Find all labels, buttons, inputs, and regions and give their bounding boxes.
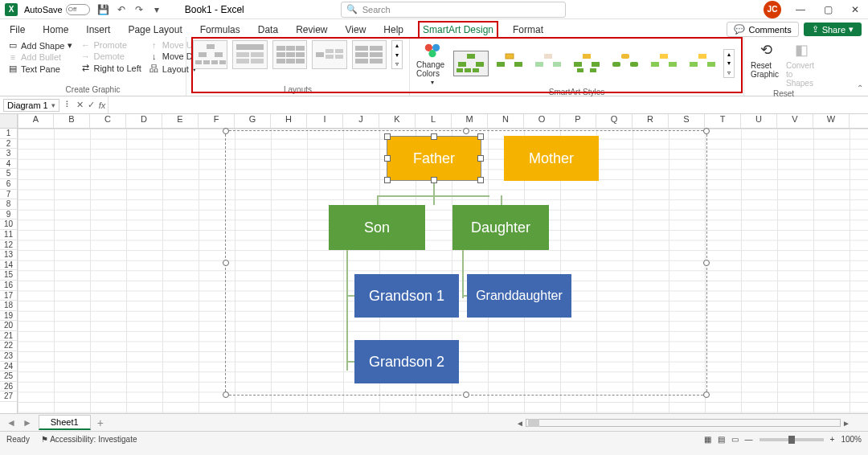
zoom-out-button[interactable]: — (745, 435, 753, 444)
column-header[interactable]: K (379, 114, 416, 128)
row-header[interactable]: 17 (0, 291, 17, 301)
view-page-break-icon[interactable]: ▭ (731, 435, 739, 444)
node-handle[interactable] (384, 155, 391, 162)
resize-handle[interactable] (463, 128, 469, 134)
node-handle[interactable] (431, 177, 437, 183)
minimize-button[interactable]: — (792, 4, 809, 15)
row-header[interactable]: 1 (0, 129, 17, 139)
column-header[interactable]: D (126, 114, 162, 128)
resize-handle[interactable] (223, 260, 229, 266)
row-header[interactable]: 20 (0, 321, 17, 331)
column-header[interactable]: J (343, 114, 379, 128)
tab-file[interactable]: File (6, 23, 28, 37)
tab-home[interactable]: Home (39, 23, 72, 37)
search-input[interactable]: 🔍 Search (341, 2, 566, 18)
formula-input[interactable] (108, 96, 868, 113)
node-handle[interactable] (384, 133, 391, 140)
share-button[interactable]: ⇪ Share ▾ (804, 23, 862, 36)
column-header[interactable]: R (633, 114, 669, 128)
smartart-node-mother[interactable]: Mother (504, 136, 599, 181)
resize-handle[interactable] (223, 128, 229, 134)
column-header[interactable]: C (90, 114, 126, 128)
row-header[interactable]: 8 (0, 199, 17, 210)
resize-handle[interactable] (463, 391, 469, 398)
autosave-toggle[interactable]: Off (66, 4, 90, 15)
undo-icon[interactable]: ↶ (115, 3, 128, 16)
column-header[interactable]: G (235, 114, 271, 128)
fx-icon[interactable]: fx (96, 100, 108, 110)
right-to-left-button[interactable]: ⇄Right to Left (79, 63, 142, 73)
row-header[interactable]: 16 (0, 281, 17, 291)
tab-formulas[interactable]: Formulas (197, 23, 244, 37)
smartart-node-grandson2[interactable]: Grandson 2 (354, 340, 459, 383)
column-header[interactable]: U (741, 114, 777, 128)
sheet-nav-next[interactable]: ► (23, 417, 32, 428)
row-header[interactable]: 7 (0, 190, 17, 200)
view-normal-icon[interactable]: ▦ (704, 435, 711, 444)
row-header[interactable]: 24 (0, 362, 17, 372)
column-header[interactable]: E (162, 114, 199, 128)
row-header[interactable]: 27 (0, 391, 17, 402)
column-header[interactable]: L (416, 114, 452, 128)
row-header[interactable]: 4 (0, 159, 17, 170)
row-header[interactable]: 23 (0, 351, 17, 362)
tab-help[interactable]: Help (380, 23, 407, 37)
smartart-node-granddaughter[interactable]: Granddaughter (467, 274, 571, 318)
column-header[interactable]: A (18, 114, 54, 128)
collapse-ribbon-icon[interactable]: ⌃ (857, 84, 863, 92)
node-handle[interactable] (431, 133, 437, 140)
sheet-nav-prev[interactable]: ◄ (6, 417, 16, 428)
sheet-tab-sheet1[interactable]: Sheet1 (39, 415, 91, 430)
row-header[interactable]: 6 (0, 179, 17, 190)
row-header[interactable]: 15 (0, 270, 17, 281)
tab-insert[interactable]: Insert (83, 23, 113, 37)
column-header[interactable]: T (705, 114, 741, 128)
zoom-in-button[interactable]: + (830, 435, 835, 444)
row-header[interactable]: 5 (0, 169, 17, 179)
zoom-slider[interactable] (760, 438, 824, 441)
redo-icon[interactable]: ↷ (133, 3, 145, 16)
smartart-node-father[interactable]: Father (387, 136, 481, 181)
row-header[interactable]: 3 (0, 149, 17, 159)
row-header[interactable]: 22 (0, 341, 17, 351)
smartart-node-son[interactable]: Son (329, 205, 425, 250)
row-header[interactable]: 12 (0, 240, 17, 251)
column-header[interactable]: I (307, 114, 343, 128)
column-header[interactable]: H (271, 114, 307, 128)
scroll-thumb[interactable] (528, 419, 539, 427)
text-pane-button[interactable]: ▤Text Pane (6, 64, 74, 74)
column-header[interactable]: M (452, 114, 488, 128)
tab-data[interactable]: Data (255, 23, 281, 37)
cancel-formula-icon[interactable]: ✕ (74, 100, 85, 110)
node-handle[interactable] (477, 177, 484, 183)
tab-smartart-design[interactable]: SmartArt Design (418, 21, 498, 37)
close-button[interactable]: ✕ (847, 4, 863, 15)
row-header[interactable]: 10 (0, 219, 17, 230)
row-header[interactable]: 9 (0, 210, 17, 220)
resize-handle[interactable] (223, 391, 229, 398)
row-header[interactable]: 13 (0, 250, 17, 260)
resize-handle[interactable] (703, 260, 710, 266)
reset-graphic-button[interactable]: ⟲ Reset Graphic (751, 40, 781, 88)
smartart-selection-frame[interactable]: Father Mother Son Daughter Grandson 1 Gr… (225, 130, 707, 396)
column-header[interactable]: O (524, 114, 560, 128)
user-avatar[interactable]: JC (764, 1, 781, 18)
column-header[interactable]: W (813, 114, 850, 128)
row-header[interactable]: 26 (0, 382, 17, 392)
column-header[interactable]: B (54, 114, 90, 128)
view-page-layout-icon[interactable]: ▤ (718, 435, 725, 444)
node-handle[interactable] (477, 133, 484, 140)
save-icon[interactable]: 💾 (97, 3, 110, 16)
qat-dropdown-icon[interactable]: ▾ (150, 3, 163, 16)
add-sheet-button[interactable]: + (97, 416, 104, 429)
horizontal-scrollbar[interactable]: ◄ ► (514, 417, 852, 428)
select-all-corner[interactable] (0, 114, 18, 128)
column-header[interactable]: F (199, 114, 235, 128)
scroll-left-icon[interactable]: ◄ (514, 419, 526, 428)
column-header[interactable]: V (777, 114, 813, 128)
tab-page-layout[interactable]: Page Layout (125, 23, 185, 37)
name-box[interactable]: Diagram 1▾ (3, 99, 59, 112)
accessibility-status[interactable]: ⚑ Accessibility: Investigate (41, 435, 137, 444)
comments-button[interactable]: 💬 Comments (727, 22, 798, 37)
node-handle[interactable] (384, 177, 391, 183)
